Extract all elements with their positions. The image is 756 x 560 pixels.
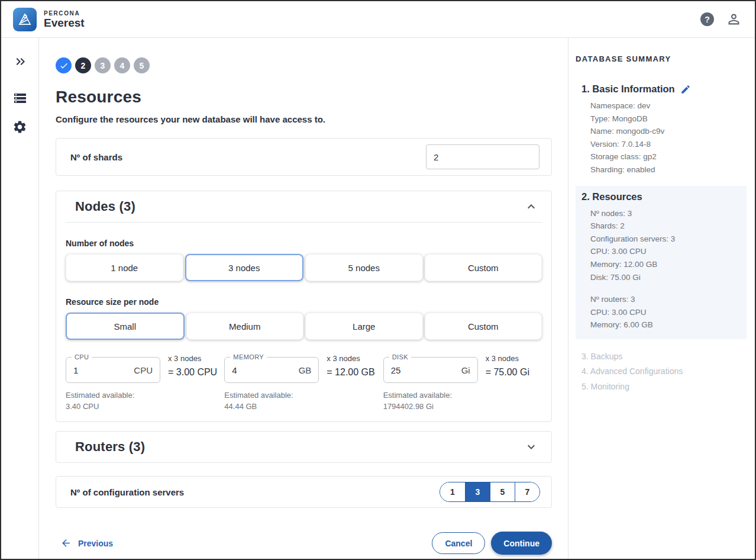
page-title: Resources [56, 88, 552, 107]
size-option-large[interactable]: Large [305, 313, 423, 340]
brand-text: PERCONA Everest [44, 11, 85, 28]
summary-memory: Memory: 12.00 GB [590, 258, 747, 271]
memory-input[interactable] [232, 365, 273, 375]
disk-field[interactable]: DISK Gi [383, 357, 478, 383]
size-option-custom[interactable]: Custom [425, 313, 542, 340]
config-servers-option-1[interactable]: 1 [440, 482, 465, 501]
double-arrow-right-icon [13, 54, 27, 69]
cpu-estimated-label: Estimated available: [66, 390, 224, 401]
config-servers-label: Nº of configuration servers [70, 487, 184, 497]
cpu-multiplier: x 3 nodes [168, 354, 217, 363]
node-option-custom[interactable]: Custom [425, 254, 542, 281]
config-servers-option-7[interactable]: 7 [515, 482, 539, 501]
cpu-estimated-value: 3.40 CPU [66, 401, 224, 412]
config-servers-toggle-group: 1 3 5 7 [440, 482, 540, 502]
disk-input[interactable] [391, 365, 432, 375]
disk-multiplier: x 3 nodes [486, 354, 529, 363]
number-of-nodes-label: Number of nodes [66, 239, 542, 248]
wizard-main: 2 3 4 5 Resources Configure the resource… [39, 38, 568, 559]
memory-field[interactable]: MEMORY GB [224, 357, 319, 383]
disk-field-label: DISK [389, 353, 411, 361]
app-header: PERCONA Everest ? [1, 1, 755, 38]
brand-percona: PERCONA [44, 11, 85, 17]
step-5[interactable]: 5 [134, 57, 150, 73]
resource-size-label: Resource size per node [66, 297, 542, 307]
summary-config-servers: Configuration servers: 3 [590, 233, 747, 246]
memory-estimated: Estimated available: 44.44 GB [224, 390, 383, 412]
previous-label: Previous [78, 539, 113, 548]
wizard-footer: Previous Cancel Continue [56, 532, 552, 555]
check-icon [59, 61, 69, 70]
app-body: 2 3 4 5 Resources Configure the resource… [1, 38, 755, 559]
continue-button[interactable]: Continue [491, 532, 552, 555]
nodes-body: Number of nodes 1 node 3 nodes 5 nodes C… [56, 239, 551, 420]
node-count-toggle-group: 1 node 3 nodes 5 nodes Custom [66, 254, 542, 281]
wizard-stepper: 2 3 4 5 [56, 57, 552, 73]
basic-information-title: 1. Basic Information [581, 83, 675, 95]
database-summary-panel: DATABASE SUMMARY 1. Basic Information Na… [568, 38, 755, 559]
percona-logo[interactable] [13, 8, 37, 31]
summary-disk: Disk: 75.00 Gi [590, 271, 747, 284]
disk-total: = 75.00 Gi [486, 367, 529, 378]
node-option-5-nodes[interactable]: 5 nodes [305, 254, 423, 281]
summary-step-backups: 3. Backups [581, 349, 747, 365]
summary-pending-steps: 3. Backups 4. Advanced Configurations 5.… [576, 349, 747, 395]
summary-step-advanced-configurations: 4. Advanced Configurations [581, 364, 747, 379]
pencil-edit-icon[interactable] [680, 84, 691, 95]
resource-size-toggle-group: Small Medium Large Custom [66, 313, 542, 340]
chevron-down-icon [524, 440, 538, 454]
settings-gear-icon [12, 120, 27, 134]
brand-everest: Everest [44, 17, 85, 28]
help-icon[interactable]: ? [700, 12, 714, 26]
node-option-3-nodes-selected[interactable]: 3 nodes [185, 254, 304, 281]
size-option-small-selected[interactable]: Small [66, 313, 185, 340]
config-servers-card: Nº of configuration servers 1 3 5 7 [56, 476, 552, 508]
left-nav-rail [1, 38, 39, 559]
step-1-completed[interactable] [56, 57, 72, 73]
size-option-medium[interactable]: Medium [186, 313, 304, 340]
step-3[interactable]: 3 [95, 57, 111, 73]
shards-card: Nº of shards [56, 138, 552, 176]
config-servers-option-3-selected[interactable]: 3 [465, 482, 490, 501]
summary-routers-cpu: CPU: 3.00 CPU [590, 306, 747, 319]
disk-total-block: x 3 nodes = 75.00 Gi [486, 353, 529, 378]
summary-title: DATABASE SUMMARY [576, 54, 747, 63]
cpu-field[interactable]: CPU CPU [66, 357, 160, 383]
mountain-logo-icon [17, 12, 33, 27]
routers-accordion-header[interactable]: Routers (3) [56, 432, 551, 462]
expand-sidebar-button[interactable] [8, 50, 32, 73]
previous-link[interactable]: Previous [60, 538, 113, 549]
memory-total-block: x 3 nodes = 12.00 GB [327, 353, 374, 378]
memory-estimated-label: Estimated available: [224, 390, 383, 401]
routers-title: Routers (3) [75, 439, 145, 455]
summary-type: Type: MongoDB [590, 112, 747, 125]
node-option-1-node[interactable]: 1 node [66, 254, 183, 281]
step-2-active[interactable]: 2 [75, 57, 91, 73]
nodes-accordion: Nodes (3) Number of nodes 1 node 3 nodes… [56, 191, 552, 422]
config-servers-option-5[interactable]: 5 [490, 482, 515, 501]
step-4[interactable]: 4 [114, 57, 130, 73]
shards-input[interactable] [426, 144, 539, 169]
disk-estimated: Estimated available: 1794402.98 Gi [383, 390, 542, 412]
account-icon[interactable] [726, 11, 742, 27]
cpu-unit: CPU [134, 365, 153, 375]
databases-nav-button[interactable] [8, 86, 32, 110]
page-subtitle: Configure the resources your new databas… [56, 114, 552, 124]
nodes-accordion-header[interactable]: Nodes (3) [56, 191, 551, 222]
summary-cpu: CPU: 3.00 CPU [590, 245, 747, 258]
cpu-input[interactable] [73, 365, 115, 375]
routers-accordion: Routers (3) [56, 431, 552, 463]
cpu-field-label: CPU [72, 353, 92, 361]
header-actions: ? [700, 11, 742, 27]
storage-icon [13, 91, 27, 105]
memory-total: = 12.00 GB [327, 367, 374, 378]
cpu-resource-column: CPU CPU x 3 nodes = 3.00 CPU E [66, 353, 224, 412]
disk-estimated-value: 1794402.98 Gi [383, 401, 542, 412]
footer-buttons: Cancel Continue [432, 532, 552, 555]
summary-version: Version: 7.0.14-8 [590, 138, 747, 151]
shards-label: Nº of shards [70, 152, 122, 162]
settings-nav-button[interactable] [8, 115, 32, 139]
cancel-button[interactable]: Cancel [432, 532, 485, 554]
cpu-estimated: Estimated available: 3.40 CPU [66, 390, 224, 412]
nodes-divider [66, 222, 542, 223]
